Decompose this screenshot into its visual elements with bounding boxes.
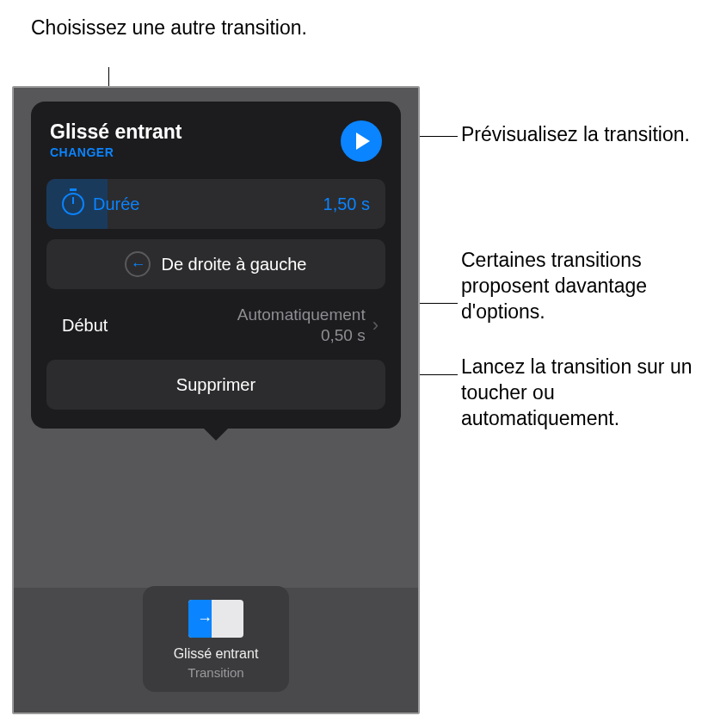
direction-label: De droite à gauche: [161, 255, 306, 275]
thumbnail-subtitle: Transition: [188, 665, 243, 680]
duration-label: Durée: [93, 194, 139, 214]
arrow-right-icon: →: [197, 610, 212, 628]
stopwatch-icon: [62, 193, 84, 215]
direction-button[interactable]: ← De droite à gauche: [46, 239, 385, 289]
transition-thumbnail[interactable]: → Glissé entrant Transition: [143, 586, 289, 692]
duration-slider[interactable]: Durée 1,50 s: [46, 179, 385, 229]
callout-options: Certaines transitions proposent davantag…: [461, 248, 711, 325]
popover-header: Glissé entrant CHANGER: [46, 120, 385, 162]
arrow-left-icon: ←: [125, 251, 151, 277]
callout-start: Lancez la transition sur un toucher ou a…: [461, 355, 711, 432]
app-window: Glissé entrant CHANGER Durée 1,50 s ← De…: [12, 86, 420, 714]
delete-button[interactable]: Supprimer: [46, 360, 385, 410]
transition-title: Glissé entrant: [50, 120, 182, 144]
preview-play-button[interactable]: [341, 120, 382, 162]
transition-popover: Glissé entrant CHANGER Durée 1,50 s ← De…: [31, 102, 401, 429]
duration-left: Durée: [62, 193, 139, 215]
start-mode: Automatiquement: [237, 305, 366, 325]
thumbnail-title: Glissé entrant: [174, 646, 259, 662]
duration-value: 1,50 s: [323, 194, 370, 214]
play-icon: [356, 133, 370, 150]
start-label: Début: [62, 316, 108, 336]
change-transition-link[interactable]: CHANGER: [50, 145, 182, 159]
callout-choose: Choisissez une autre transition.: [31, 15, 307, 41]
callout-preview: Prévisualisez la transition.: [461, 122, 702, 148]
start-value-block: Automatiquement 0,50 s ›: [237, 305, 379, 346]
chevron-right-icon: ›: [372, 314, 379, 336]
start-value: Automatiquement 0,50 s: [237, 305, 366, 346]
delete-label: Supprimer: [176, 375, 255, 395]
title-block: Glissé entrant CHANGER: [50, 120, 182, 159]
thumbnail-image: →: [188, 600, 243, 638]
start-row[interactable]: Début Automatiquement 0,50 s ›: [46, 299, 385, 351]
thumbnail-card: → Glissé entrant Transition: [143, 586, 289, 692]
start-delay: 0,50 s: [237, 325, 366, 346]
